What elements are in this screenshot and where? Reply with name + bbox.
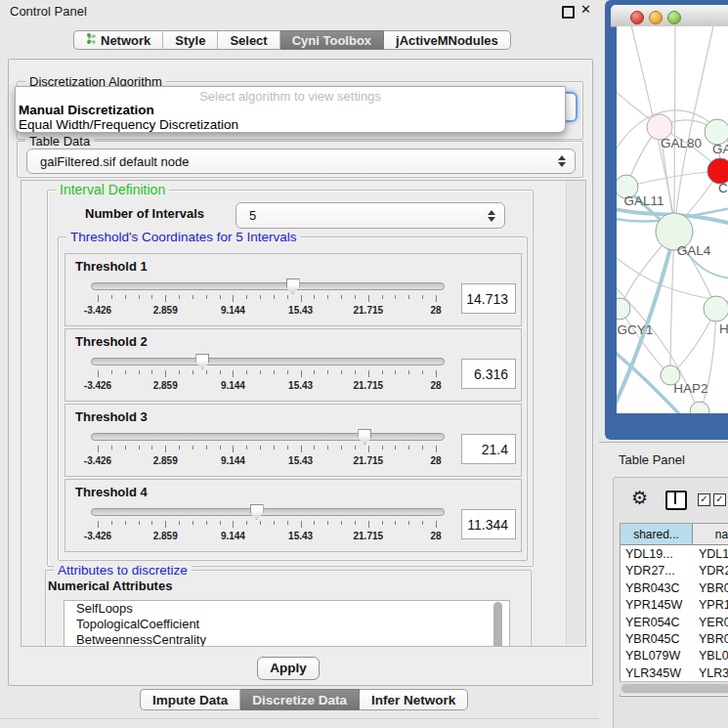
algorithm-option-manual-discretization[interactable]: Manual Discretization	[19, 103, 154, 117]
table-row[interactable]: YPR145WYPR1	[621, 597, 728, 614]
slider-scale-label: -3.426	[84, 305, 111, 316]
slider-tick	[260, 521, 261, 525]
table-cell[interactable]: YBR0	[693, 631, 728, 648]
threshold-value-field[interactable]: 21.4	[461, 434, 516, 464]
tab-discretize-data[interactable]: Discretize Data	[240, 689, 360, 710]
slider-track[interactable]	[91, 358, 445, 365]
table-cell[interactable]: YLR345W	[621, 665, 693, 682]
threshold-value-field[interactable]: 14.713	[461, 283, 516, 314]
table-cell[interactable]: YBR045C	[621, 631, 693, 648]
table-row[interactable]: YDL19...YDL1	[621, 546, 728, 563]
slider-scale-label: 28	[430, 380, 441, 391]
table-cell[interactable]: YLR3	[693, 665, 728, 682]
slider-tick	[355, 446, 356, 450]
zoom-traffic-light-icon[interactable]	[667, 11, 681, 24]
attribute-item-selfloops[interactable]: SelfLoops	[64, 601, 509, 617]
float-window-icon[interactable]	[562, 6, 575, 19]
table-cell[interactable]: YBL0	[693, 648, 728, 664]
minimize-traffic-light-icon[interactable]	[649, 11, 663, 24]
numerical-attributes-list[interactable]: SelfLoopsTopologicalCoefficientBetweenne…	[64, 600, 510, 647]
slider-thumb[interactable]	[358, 429, 371, 445]
split-columns-icon[interactable]	[665, 491, 687, 510]
table-cell[interactable]: YBR0	[693, 580, 728, 597]
table-panel-body: ⚙ ✓ ✓ shared... na YDL19...YDL1YDR27...Y…	[613, 477, 728, 728]
tab-impute-data[interactable]: Impute Data	[140, 689, 240, 710]
table-row[interactable]: YER054CYER0	[621, 615, 728, 631]
tab-select[interactable]: Select	[218, 30, 279, 50]
close-icon[interactable]: ✕	[580, 2, 591, 17]
attributes-group-title: Attributes to discretize	[54, 563, 192, 578]
number-of-intervals-combobox[interactable]: 5	[236, 202, 505, 229]
slider-track[interactable]	[91, 508, 445, 516]
checkbox-icon[interactable]: ✓	[713, 493, 726, 506]
slider-thumb[interactable]	[195, 354, 209, 369]
threshold-value-field[interactable]: 11.344	[461, 509, 516, 539]
table-cell[interactable]: YDR27...	[621, 563, 693, 579]
slider-thumb[interactable]	[250, 504, 264, 520]
table-row[interactable]: YBR043CYBR0	[621, 580, 728, 597]
table-header-name[interactable]: na	[693, 524, 728, 545]
table-cell[interactable]: YDL1	[693, 546, 728, 563]
threshold-value-field[interactable]: 6.316	[461, 359, 516, 389]
tab-cyni-toolbox[interactable]: Cyni Toolbox	[280, 30, 384, 50]
slider-track[interactable]	[91, 433, 445, 441]
slider-scale-label: 2.859	[153, 380, 178, 391]
tab-network[interactable]: Network	[73, 30, 163, 50]
slider-tick	[327, 295, 328, 299]
slider-tick	[179, 521, 180, 525]
slider-tick	[301, 295, 302, 302]
slider-scale-label: 2.859	[153, 305, 178, 316]
panel-scrollbar-track[interactable]	[566, 181, 585, 644]
table-data-combobox[interactable]: galFiltered.sif default node	[26, 149, 576, 174]
slider-tick	[260, 446, 261, 450]
slider-tick	[301, 446, 302, 452]
combo-arrows-icon	[558, 155, 566, 167]
slider-tick	[368, 370, 369, 377]
table-row[interactable]: YDR27...YDR2	[621, 563, 728, 579]
table-row[interactable]: YBR045CYBR0	[621, 631, 728, 648]
network-canvas[interactable]: GAL80GACGAL11GAL4GCY1HHAP2	[617, 26, 728, 413]
network-node-h[interactable]	[704, 296, 728, 321]
attribute-item-betweennesscentrality[interactable]: BetweennessCentrality	[64, 632, 509, 647]
table-header-shared-name[interactable]: shared...	[621, 524, 693, 545]
table-cell[interactable]: YBR043C	[621, 580, 693, 597]
network-window-titlebar[interactable]	[611, 5, 728, 27]
tab-label: Select	[230, 33, 267, 48]
slider-tick	[139, 295, 140, 299]
tab-jactivemnodules[interactable]: jActiveMNodules	[384, 30, 511, 50]
tab-label: Style	[175, 33, 205, 48]
slider-scale-label: -3.426	[84, 380, 111, 391]
slider-tick	[408, 370, 409, 374]
apply-button[interactable]: Apply	[257, 657, 320, 680]
gear-icon[interactable]: ⚙	[631, 489, 648, 507]
table-cell[interactable]: YPR145W	[621, 597, 693, 614]
algorithm-dropdown-popup: Select algorithm to view settings Manual…	[15, 86, 566, 133]
table-cell[interactable]: YER0	[693, 615, 728, 631]
checkbox-icon[interactable]: ✓	[698, 493, 710, 506]
table-row[interactable]: YLR345WYLR3	[621, 665, 728, 682]
close-traffic-light-icon[interactable]	[630, 11, 644, 24]
algorithm-placeholder-option[interactable]: Select algorithm to view settings	[16, 89, 565, 104]
tab-infer-network[interactable]: Infer Network	[360, 689, 468, 710]
table-horizontal-scrollbar-thumb[interactable]	[621, 684, 728, 693]
algorithm-option-equal-width-frequency-discretization[interactable]: Equal Width/Frequency Discretization	[19, 117, 238, 132]
network-node[interactable]	[690, 402, 709, 413]
table-header-row: shared... na	[621, 524, 728, 545]
slider-tick	[139, 370, 140, 374]
table-cell[interactable]: YDR2	[693, 563, 728, 579]
interval-definition-group: Interval Definition Number of Intervals …	[47, 190, 534, 567]
table-cell[interactable]: YBL079W	[621, 648, 693, 664]
table-cell[interactable]: YER054C	[621, 615, 693, 631]
slider-tick	[98, 521, 99, 528]
attribute-item-topologicalcoefficient[interactable]: TopologicalCoefficient	[64, 617, 509, 632]
tab-style[interactable]: Style	[163, 30, 218, 50]
attributes-list-scrollbar[interactable]	[493, 602, 502, 647]
slider-thumb[interactable]	[286, 278, 300, 294]
table-cell[interactable]: YDL19...	[621, 546, 693, 563]
table-horizontal-scrollbar[interactable]	[620, 681, 728, 695]
slider-tick	[408, 521, 409, 525]
slider-track[interactable]	[91, 282, 445, 290]
table-row[interactable]: YBL079WYBL0	[621, 648, 728, 664]
table-cell[interactable]: YPR1	[693, 597, 728, 614]
slider-tick	[287, 446, 288, 450]
